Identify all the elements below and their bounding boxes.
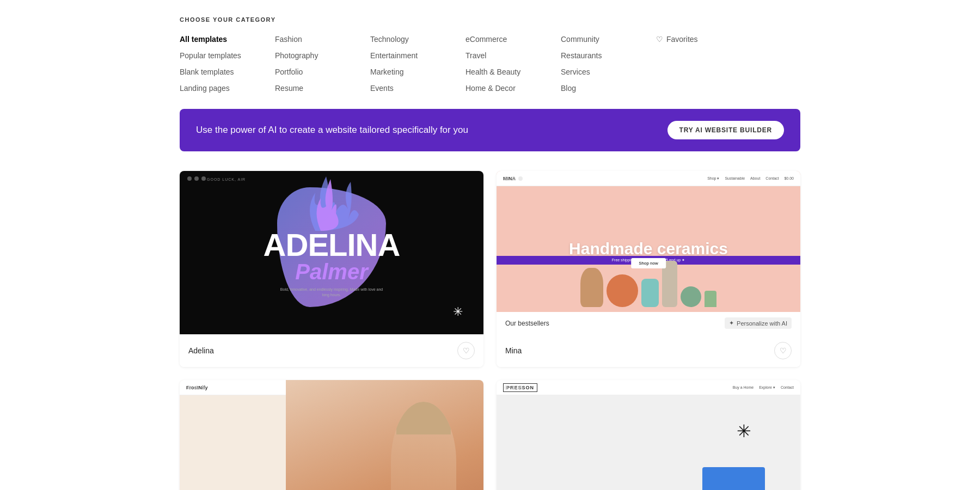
cat-technology[interactable]: Technology bbox=[370, 35, 465, 44]
cat-portfolio[interactable]: Portfolio bbox=[275, 68, 370, 76]
cat-photography[interactable]: Photography bbox=[275, 51, 370, 60]
cat-all-templates[interactable]: All templates bbox=[180, 35, 275, 44]
cat-travel[interactable]: Travel bbox=[465, 51, 561, 60]
section-title: CHOOSE YOUR CATEGORY bbox=[180, 16, 800, 23]
cat-blank-templates[interactable]: Blank templates bbox=[180, 68, 275, 76]
category-col-2: Fashion Photography Portfolio Resume bbox=[275, 35, 370, 93]
templates-grid: ADELINA Palmer Bold, innovative, and end… bbox=[180, 171, 800, 490]
category-col-4: eCommerce Travel Health & Beauty Home & … bbox=[465, 35, 561, 93]
window-dots bbox=[187, 176, 206, 181]
personalize-ai-button[interactable]: ✦ Personalize with AI bbox=[725, 317, 792, 329]
cat-entertainment[interactable]: Entertainment bbox=[370, 51, 465, 60]
presson-starburst-icon: ✳ bbox=[737, 421, 751, 442]
cat-resume[interactable]: Resume bbox=[275, 84, 370, 93]
ceramic-shape-3 bbox=[641, 279, 659, 307]
ai-banner: Use the power of AI to create a website … bbox=[180, 109, 800, 151]
cat-blog[interactable]: Blog bbox=[561, 84, 656, 93]
ester-person-silhouette bbox=[391, 402, 456, 490]
mina-ceramics-text: Handmade ceramics bbox=[569, 240, 728, 258]
cat-favorites[interactable]: ♡ Favorites bbox=[656, 35, 732, 44]
ester-window-dots bbox=[187, 385, 206, 390]
adelina-thumbnail: ADELINA Palmer Bold, innovative, and end… bbox=[180, 171, 483, 334]
cat-home-decor[interactable]: Home & Decor bbox=[465, 84, 561, 93]
adelina-info: Adelina ♡ bbox=[180, 334, 483, 367]
cat-community[interactable]: Community bbox=[561, 35, 656, 44]
adelina-sub-text: Palmer bbox=[264, 261, 400, 283]
adelina-description: Bold, innovative, and endlessly inspirin… bbox=[277, 287, 386, 298]
cat-fashion[interactable]: Fashion bbox=[275, 35, 370, 44]
mina-nav: Shop ▾SustainableAboutContact$0.00 bbox=[707, 176, 794, 181]
category-col-1: All templates Popular templates Blank te… bbox=[180, 35, 275, 93]
sparkle-icon: ✦ bbox=[729, 320, 734, 327]
ester-thumbnail: FrostNify About Look ▾ Services ▾ Contac… bbox=[180, 380, 483, 490]
cat-ecommerce[interactable]: eCommerce bbox=[465, 35, 561, 44]
presson-blue-rectangle bbox=[702, 467, 765, 490]
mina-info: Mina ♡ bbox=[497, 334, 800, 367]
adelina-main-text: ADELINA bbox=[264, 229, 400, 261]
cat-services[interactable]: Services bbox=[561, 68, 656, 76]
cat-health-beauty[interactable]: Health & Beauty bbox=[465, 68, 561, 76]
mina-shop-button[interactable]: Shop now bbox=[631, 258, 666, 268]
ceramic-shape-5 bbox=[681, 286, 701, 307]
ceramic-shape-2 bbox=[607, 274, 638, 307]
mina-thumbnail: MINA Shop ▾SustainableAboutContact$0.00 … bbox=[497, 171, 800, 334]
template-card-ester[interactable]: FrostNify About Look ▾ Services ▾ Contac… bbox=[180, 380, 483, 490]
adelina-favorite-button[interactable]: ♡ bbox=[457, 342, 475, 359]
category-col-5: Community Restaurants Services Blog bbox=[561, 35, 656, 93]
mina-bestsellers-bar: Our bestsellers ✦ Personalize with AI bbox=[497, 312, 800, 334]
ceramic-shape-6 bbox=[705, 291, 716, 307]
mina-bestsellers-text: Our bestsellers bbox=[505, 320, 549, 327]
adelina-logo: GOOD LUCK, AIR bbox=[207, 177, 246, 181]
cat-restaurants[interactable]: Restaurants bbox=[561, 51, 656, 60]
template-card-presson[interactable]: PRESSON Buy a HomeExplore ▾Contact ✳ TIM… bbox=[497, 380, 800, 490]
star-icon: ✳ bbox=[453, 305, 463, 319]
mina-name: Mina bbox=[505, 346, 522, 355]
presson-window-dots bbox=[504, 385, 523, 390]
presson-header: PRESSON Buy a HomeExplore ▾Contact bbox=[497, 380, 800, 395]
cat-marketing[interactable]: Marketing bbox=[370, 68, 465, 76]
mina-header: MINA Shop ▾SustainableAboutContact$0.00 bbox=[497, 171, 800, 186]
category-col-favorites: ♡ Favorites bbox=[656, 35, 732, 93]
mina-favorite-button[interactable]: ♡ bbox=[774, 342, 792, 359]
ceramic-shape-1 bbox=[580, 268, 603, 307]
category-col-3: Technology Entertainment Marketing Event… bbox=[370, 35, 465, 93]
cat-popular-templates[interactable]: Popular templates bbox=[180, 51, 275, 60]
heart-outline-icon: ♡ bbox=[656, 35, 663, 44]
ai-banner-text: Use the power of AI to create a website … bbox=[196, 125, 468, 136]
presson-nav: Buy a HomeExplore ▾Contact bbox=[733, 385, 794, 390]
adelina-name: Adelina bbox=[188, 346, 214, 355]
presson-thumbnail: PRESSON Buy a HomeExplore ▾Contact ✳ TIM… bbox=[497, 380, 800, 490]
template-card-mina[interactable]: MINA Shop ▾SustainableAboutContact$0.00 … bbox=[497, 171, 800, 367]
mina-window-dots bbox=[504, 176, 523, 181]
category-nav: All templates Popular templates Blank te… bbox=[180, 35, 800, 93]
cat-landing-pages[interactable]: Landing pages bbox=[180, 84, 275, 93]
adelina-flames-icon bbox=[288, 176, 375, 231]
ai-website-builder-button[interactable]: TRY AI WEBSITE BUILDER bbox=[667, 121, 785, 139]
cat-events[interactable]: Events bbox=[370, 84, 465, 93]
template-card-adelina[interactable]: ADELINA Palmer Bold, innovative, and end… bbox=[180, 171, 483, 367]
